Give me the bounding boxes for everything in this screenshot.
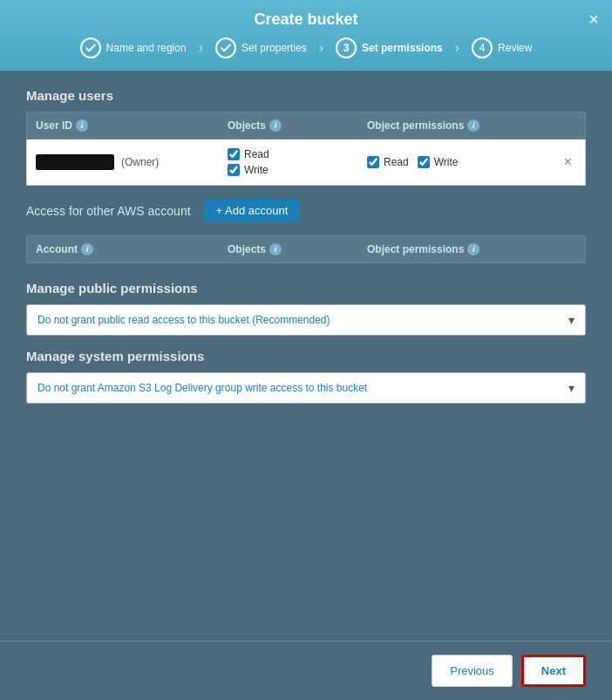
obj-permissions-header-label: Object permissions [367, 119, 464, 132]
step2-circle [215, 37, 236, 58]
obj-permissions-info-icon[interactable]: i [467, 119, 479, 132]
add-account-row: Access for other AWS account + Add accou… [26, 199, 586, 222]
manage-public-dropdown[interactable]: Do not grant public read access to this … [26, 304, 586, 336]
step2-label: Set properties [241, 42, 307, 54]
manage-public-title: Manage public permissions [26, 281, 586, 296]
modal-body: Manage users User ID i Objects i Object … [0, 71, 612, 641]
account-objects-header-cell: Objects i [228, 243, 367, 255]
objects-header-cell: Objects i [228, 119, 367, 132]
divider3: › [455, 40, 459, 56]
owner-table-row: (Owner) Read Write Read [26, 139, 586, 186]
account-table-header: Account i Objects i Object permissions i [26, 235, 586, 263]
account-header-label: Account [36, 243, 78, 255]
user-id-header-cell: User ID i [36, 119, 228, 132]
manage-users-title: Manage users [26, 88, 586, 103]
objects-read-label[interactable]: Read [228, 148, 367, 160]
manage-public-section: Manage public permissions Do not grant p… [26, 281, 586, 336]
user-id-cell: (Owner) [36, 154, 228, 170]
step1-circle [80, 37, 101, 58]
perms-read-text: Read [384, 156, 409, 168]
close-button[interactable]: × [588, 10, 599, 28]
access-label: Access for other AWS account [26, 204, 191, 218]
account-objects-info-icon[interactable]: i [269, 243, 282, 255]
account-obj-permissions-info-icon[interactable]: i [467, 243, 479, 255]
steps-row: Name and region › Set properties › 3 Set… [17, 37, 595, 71]
next-button[interactable]: Next [521, 655, 586, 687]
account-objects-header-label: Objects [228, 243, 266, 255]
step-set-properties: Set properties [203, 37, 319, 58]
objects-write-text: Write [244, 164, 269, 176]
step1-label: Name and region [106, 42, 187, 54]
manage-public-dropdown-arrow: ▾ [568, 313, 575, 327]
divider1: › [199, 40, 203, 56]
objects-write-label[interactable]: Write [228, 164, 367, 176]
account-obj-permissions-header-cell: Object permissions i [367, 243, 576, 255]
account-table-section: Account i Objects i Object permissions i [26, 235, 586, 263]
step3-label: Set permissions [362, 42, 443, 54]
user-id-mask [36, 154, 114, 170]
perms-write-label[interactable]: Write [418, 156, 459, 168]
account-header-cell: Account i [36, 243, 228, 255]
obj-permissions-cell: Read Write [367, 156, 560, 168]
manage-system-title: Manage system permissions [26, 349, 586, 364]
objects-checkbox-group: Read Write [228, 148, 367, 176]
modal-title: Create bucket [254, 10, 357, 29]
perms-write-text: Write [434, 156, 459, 168]
objects-info-icon[interactable]: i [269, 119, 282, 132]
obj-permissions-header-cell: Object permissions i [367, 119, 576, 132]
manage-users-section: Manage users User ID i Objects i Object … [26, 88, 586, 186]
add-account-button[interactable]: + Add account [204, 199, 301, 222]
objects-header-label: Objects [228, 119, 266, 132]
objects-write-checkbox[interactable] [228, 164, 240, 176]
owner-row-close-icon[interactable]: × [560, 154, 576, 170]
objects-read-checkbox[interactable] [228, 148, 240, 160]
step3-circle: 3 [336, 37, 357, 58]
divider2: › [319, 40, 323, 56]
step-review: 4 Review [459, 37, 544, 58]
users-table-header: User ID i Objects i Object permissions i [26, 112, 586, 139]
manage-public-dropdown-value: Do not grant public read access to this … [37, 314, 330, 326]
step-set-permissions: 3 Set permissions [323, 37, 455, 58]
step4-circle: 4 [472, 37, 493, 58]
perms-read-label[interactable]: Read [367, 156, 409, 168]
account-obj-permissions-header-label: Object permissions [367, 243, 464, 255]
previous-button[interactable]: Previous [432, 655, 513, 687]
modal-header: Create bucket × Name and region › [0, 0, 612, 71]
modal-title-row: Create bucket × [17, 10, 595, 37]
objects-read-text: Read [244, 148, 269, 160]
user-id-info-icon[interactable]: i [76, 119, 88, 132]
account-info-icon[interactable]: i [81, 243, 93, 255]
manage-system-section: Manage system permissions Do not grant A… [26, 349, 586, 404]
step-name-and-region: Name and region [68, 37, 199, 58]
manage-system-dropdown-value: Do not grant Amazon S3 Log Delivery grou… [37, 382, 367, 394]
manage-system-dropdown-arrow: ▾ [568, 381, 575, 395]
step4-label: Review [498, 42, 532, 54]
create-bucket-modal: Create bucket × Name and region › [0, 0, 612, 700]
manage-system-dropdown[interactable]: Do not grant Amazon S3 Log Delivery grou… [26, 372, 586, 404]
user-id-header-label: User ID [36, 119, 72, 132]
modal-footer: Previous Next [0, 641, 612, 700]
owner-label: (Owner) [121, 156, 159, 168]
perms-read-checkbox[interactable] [367, 156, 379, 168]
perms-write-checkbox[interactable] [418, 156, 430, 168]
